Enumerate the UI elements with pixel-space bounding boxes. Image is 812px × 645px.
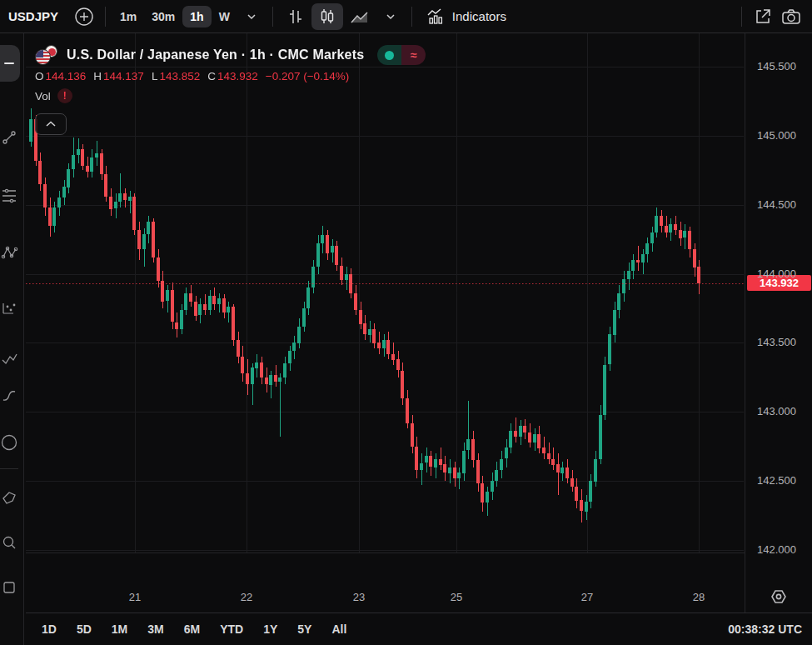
chevron-down-icon bbox=[385, 11, 396, 22]
range-3m-button[interactable]: 3M bbox=[142, 619, 169, 639]
timeframe-30m-button[interactable]: 30m bbox=[144, 6, 182, 28]
low-label: L bbox=[152, 70, 158, 82]
indicators-icon bbox=[426, 7, 446, 27]
brush-icon bbox=[0, 387, 18, 405]
fib-retracement-tool[interactable] bbox=[0, 185, 20, 207]
symbol-button[interactable]: USDJPY bbox=[0, 9, 70, 23]
date-range-buttons: 1D 5D 1M 3M 6M YTD 1Y 5Y All bbox=[26, 619, 352, 639]
chart-title[interactable]: U.S. Dollar / Japanese Yen · 1h · CMC Ma… bbox=[67, 48, 364, 62]
us-flag-icon bbox=[35, 49, 51, 65]
candles-chart-icon bbox=[317, 7, 337, 27]
snapshot-button[interactable] bbox=[777, 4, 805, 29]
magnet-icon bbox=[0, 578, 18, 597]
area-chart-icon bbox=[349, 7, 371, 27]
time-axis-label: 28 bbox=[688, 591, 710, 603]
range-5y-button[interactable]: 5Y bbox=[291, 619, 317, 639]
timeframe-w-button[interactable]: W bbox=[212, 6, 237, 28]
chevron-up-icon bbox=[45, 120, 57, 128]
range-6m-button[interactable]: 6M bbox=[178, 619, 206, 639]
close-value: 143.932 bbox=[217, 70, 258, 82]
share-button[interactable] bbox=[749, 4, 777, 29]
time-axis[interactable]: 212223252728 bbox=[26, 552, 745, 612]
trading-chart-app: USDJPY 1m 30m 1h W bbox=[0, 0, 812, 645]
open-label: O bbox=[35, 70, 44, 82]
xabcd-pattern-icon bbox=[0, 243, 18, 262]
time-axis-label: 22 bbox=[236, 591, 257, 603]
toolbar-divider bbox=[741, 7, 742, 27]
market-status-toggle[interactable]: ≈ bbox=[377, 45, 426, 65]
forecast-icon bbox=[0, 299, 18, 318]
fib-retracement-icon bbox=[0, 187, 18, 205]
range-ytd-button[interactable]: YTD bbox=[214, 619, 249, 639]
compare-add-button[interactable] bbox=[70, 4, 98, 29]
elliott-wave-tool[interactable] bbox=[0, 348, 20, 369]
chart-style-candles-button[interactable] bbox=[311, 3, 343, 30]
sidebar-divider bbox=[0, 468, 18, 469]
price-axis-label: 144.500 bbox=[757, 198, 796, 211]
drawing-tools-sidebar bbox=[0, 33, 24, 645]
live-dot-icon bbox=[385, 51, 394, 60]
time-axis-label: 21 bbox=[124, 591, 146, 603]
brush-tool[interactable] bbox=[0, 385, 20, 407]
volume-warning-badge[interactable]: ! bbox=[57, 88, 72, 103]
magnet-tool[interactable] bbox=[0, 577, 20, 598]
tag-icon bbox=[0, 489, 18, 508]
utc-clock[interactable]: 00:38:32 UTC bbox=[728, 622, 812, 636]
timeframe-menu-button[interactable] bbox=[237, 4, 266, 29]
chevron-down-icon bbox=[246, 11, 257, 22]
price-axis-label: 143.500 bbox=[757, 336, 796, 348]
trend-line-icon bbox=[0, 128, 18, 147]
bottom-bar: 1D 5D 1M 3M 6M YTD 1Y 5Y All 00:38:32 UT… bbox=[26, 612, 812, 645]
text-note-tool[interactable] bbox=[0, 488, 20, 509]
timeframe-1h-button[interactable]: 1h bbox=[182, 6, 211, 28]
open-value: 144.136 bbox=[46, 70, 87, 82]
range-1d-button[interactable]: 1D bbox=[36, 619, 62, 639]
timeframe-1m-button[interactable]: 1m bbox=[112, 6, 144, 28]
toolbar-divider bbox=[411, 7, 412, 27]
price-axis-label: 143.000 bbox=[757, 405, 796, 418]
camera-icon bbox=[780, 7, 802, 27]
indicators-label: Indicators bbox=[452, 9, 506, 23]
chart-style-menu-button[interactable] bbox=[376, 4, 405, 29]
bars-chart-icon bbox=[286, 7, 306, 27]
time-axis-label: 23 bbox=[348, 591, 370, 603]
close-label: C bbox=[207, 70, 216, 82]
price-axis-label: 145.500 bbox=[757, 60, 796, 72]
trend-line-tool[interactable] bbox=[0, 127, 20, 148]
time-axis-label: 25 bbox=[446, 591, 467, 603]
magnifier-icon bbox=[0, 533, 18, 552]
range-1m-button[interactable]: 1M bbox=[106, 619, 133, 639]
crosshair-tool-button[interactable] bbox=[0, 45, 20, 82]
chart-style-bars-button[interactable] bbox=[280, 3, 311, 30]
chart-style-area-button[interactable] bbox=[343, 3, 376, 30]
gear-icon bbox=[769, 587, 789, 607]
price-axis-label: 142.500 bbox=[757, 474, 796, 487]
delayed-data-segment: ≈ bbox=[401, 45, 426, 65]
indicators-button[interactable]: Indicators bbox=[419, 2, 513, 31]
price-axis-label: 144.000 bbox=[757, 268, 796, 280]
volume-label: Vol bbox=[35, 90, 51, 102]
pattern-tool[interactable] bbox=[0, 242, 20, 263]
zoom-tool[interactable] bbox=[0, 532, 20, 553]
time-axis-label: 27 bbox=[576, 591, 598, 603]
toolbar-divider bbox=[272, 7, 273, 27]
plus-circle-icon bbox=[74, 7, 94, 27]
price-axis-label: 142.000 bbox=[757, 543, 796, 556]
share-export-icon bbox=[753, 7, 773, 27]
price-axis[interactable]: 143.932 145.500145.000144.500144.000143.… bbox=[745, 33, 812, 612]
axis-settings-button[interactable] bbox=[769, 587, 789, 607]
collapse-legend-button[interactable] bbox=[35, 113, 67, 135]
range-5d-button[interactable]: 5D bbox=[71, 619, 97, 639]
forecast-tool[interactable] bbox=[0, 298, 20, 319]
top-toolbar: USDJPY 1m 30m 1h W bbox=[0, 0, 812, 33]
range-1y-button[interactable]: 1Y bbox=[257, 619, 283, 639]
shapes-tool[interactable] bbox=[0, 432, 20, 453]
ohlc-readout: O144.136 H144.137 L143.852 C143.932 −0.2… bbox=[35, 70, 426, 82]
wave-icon bbox=[0, 349, 18, 368]
change-value: −0.207 (−0.14%) bbox=[266, 70, 350, 82]
live-status-segment bbox=[377, 45, 401, 65]
chart-legend: U.S. Dollar / Japanese Yen · 1h · CMC Ma… bbox=[35, 45, 426, 135]
symbol-flags bbox=[35, 45, 60, 65]
high-value: 144.137 bbox=[103, 70, 144, 82]
range-all-button[interactable]: All bbox=[326, 619, 352, 639]
